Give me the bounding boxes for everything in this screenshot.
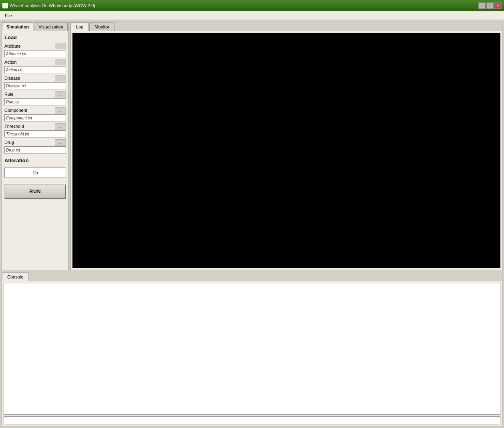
alteration-title: Alteration bbox=[4, 157, 66, 164]
threshold-label: Threshold bbox=[4, 124, 24, 129]
disease-browse-button[interactable]: ... bbox=[55, 75, 66, 81]
load-section-title: Load bbox=[4, 34, 66, 40]
console-section: Console bbox=[2, 272, 502, 426]
alteration-input[interactable] bbox=[4, 168, 66, 178]
title-bar: What if analysis On Whole body (WOW 2.0)… bbox=[0, 0, 504, 11]
attribute-label-row: Attribute ... bbox=[4, 43, 66, 49]
display-canvas bbox=[72, 33, 500, 268]
threshold-browse-button[interactable]: ... bbox=[55, 123, 66, 129]
left-content: Load Attribute ... Action ... bbox=[2, 31, 68, 270]
rule-label: Rule bbox=[4, 92, 14, 97]
drug-field-group: Drug ... bbox=[4, 139, 66, 153]
attribute-input[interactable] bbox=[4, 50, 66, 57]
console-tab-bar: Console bbox=[2, 272, 502, 281]
main-content: Simulation Visualization Load Attribute … bbox=[0, 20, 504, 428]
attribute-field-group: Attribute ... bbox=[4, 43, 66, 57]
disease-input[interactable] bbox=[4, 82, 66, 89]
action-browse-button[interactable]: ... bbox=[55, 59, 66, 65]
rule-input[interactable] bbox=[4, 98, 66, 105]
rule-label-row: Rule ... bbox=[4, 91, 66, 97]
alteration-section: Alteration bbox=[4, 157, 66, 178]
tab-visualization[interactable]: Visualization bbox=[34, 22, 68, 31]
left-panel: Simulation Visualization Load Attribute … bbox=[2, 22, 69, 270]
window-controls: ─ □ ✕ bbox=[478, 2, 502, 9]
disease-label-row: Disease ... bbox=[4, 75, 66, 81]
drug-input[interactable] bbox=[4, 146, 66, 153]
left-tab-bar: Simulation Visualization bbox=[2, 22, 68, 31]
window-title-group: What if analysis On Whole body (WOW 2.0) bbox=[2, 3, 95, 8]
action-label-row: Action ... bbox=[4, 59, 66, 65]
right-tab-bar: Log Monitor bbox=[71, 22, 502, 31]
rule-field-group: Rule ... bbox=[4, 91, 66, 105]
tab-console[interactable]: Console bbox=[2, 273, 28, 281]
action-input[interactable] bbox=[4, 66, 66, 73]
tab-monitor[interactable]: Monitor bbox=[89, 22, 114, 31]
top-section: Simulation Visualization Load Attribute … bbox=[2, 22, 502, 270]
component-field-group: Component ... bbox=[4, 107, 66, 121]
console-content bbox=[2, 281, 502, 426]
tab-simulation[interactable]: Simulation bbox=[2, 22, 33, 31]
threshold-label-row: Threshold ... bbox=[4, 123, 66, 129]
threshold-input[interactable] bbox=[4, 130, 66, 137]
threshold-field-group: Threshold ... bbox=[4, 123, 66, 137]
disease-label: Disease bbox=[4, 76, 20, 81]
drug-label-row: Drug ... bbox=[4, 139, 66, 145]
disease-field-group: Disease ... bbox=[4, 75, 66, 89]
maximize-button[interactable]: □ bbox=[486, 2, 494, 9]
console-input[interactable] bbox=[4, 416, 500, 424]
rule-browse-button[interactable]: ... bbox=[55, 91, 66, 97]
component-input[interactable] bbox=[4, 114, 66, 121]
close-button[interactable]: ✕ bbox=[494, 2, 502, 9]
action-label: Action bbox=[4, 60, 17, 65]
component-label-row: Component ... bbox=[4, 107, 66, 113]
tab-log[interactable]: Log bbox=[71, 22, 88, 31]
menu-bar: File bbox=[0, 11, 504, 20]
drug-browse-button[interactable]: ... bbox=[55, 139, 66, 145]
component-label: Component bbox=[4, 108, 27, 113]
attribute-label: Attribute bbox=[4, 44, 21, 48]
minimize-button[interactable]: ─ bbox=[478, 2, 486, 9]
console-textarea[interactable] bbox=[4, 283, 500, 415]
attribute-browse-button[interactable]: ... bbox=[55, 43, 66, 49]
window-title: What if analysis On Whole body (WOW 2.0) bbox=[10, 3, 95, 8]
file-menu[interactable]: File bbox=[2, 12, 15, 19]
app-icon bbox=[2, 3, 8, 8]
component-browse-button[interactable]: ... bbox=[55, 107, 66, 113]
run-button[interactable]: RUN bbox=[4, 184, 66, 199]
right-panel: Log Monitor bbox=[70, 22, 502, 270]
drug-label: Drug bbox=[4, 140, 14, 145]
action-field-group: Action ... bbox=[4, 59, 66, 73]
